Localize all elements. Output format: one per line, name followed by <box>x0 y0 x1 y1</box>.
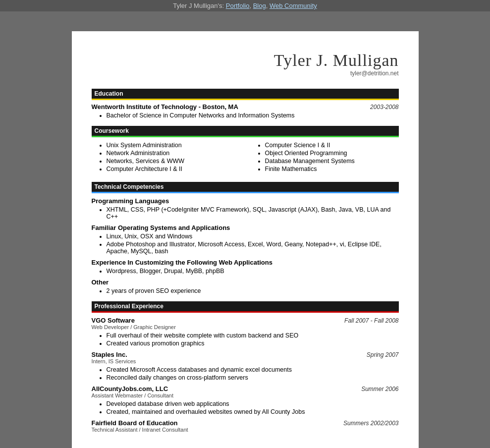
school-name: Wentworth Institute of Technology - Bost… <box>92 103 238 111</box>
job-title: Intern, IS Services <box>92 358 399 364</box>
email: tyler@detrition.net <box>92 70 399 77</box>
list-item: Computer Architecture I & II <box>107 166 240 172</box>
list-item: Created, maintained and overhauled websi… <box>107 408 399 415</box>
programming-languages-list: XHTML, CSS, PHP (+CodeIgniter MVC Framew… <box>107 206 399 220</box>
list-item: Developed database driven web applicatio… <box>107 400 399 407</box>
job-duties-vgo: Full overhaul of their website complete … <box>107 332 399 347</box>
list-item: Linux, Unix, OSX and Windows <box>107 233 399 240</box>
list-item: Adobe Photoshop and Illustrator, Microso… <box>107 241 399 255</box>
coursework-list: Unix System Administration Network Admin… <box>92 140 399 175</box>
other-title: Other <box>92 279 399 286</box>
job-row-vgo: VGO Software Fall 2007 - Fall 2008 <box>92 317 399 324</box>
list-item: Object Oriented Programming <box>265 150 399 157</box>
list-item: Network Administration <box>107 150 240 157</box>
job-dates: Summer 2006 <box>361 386 398 392</box>
job-row-allcounty: AllCountyJobs.com, LLC Summer 2006 <box>92 385 399 392</box>
coursework-col1: Unix System Administration Network Admin… <box>107 142 240 173</box>
job-duties-allcounty: Developed database driven web applicatio… <box>107 400 399 415</box>
list-item: Computer Science I & II <box>265 142 399 149</box>
list-item: Finite Mathematics <box>265 166 399 172</box>
company-name: Staples Inc. <box>92 351 127 358</box>
company-name: VGO Software <box>92 317 135 324</box>
webapps-list: Wordpress, Blogger, Drupal, MyBB, phpBB <box>107 268 399 275</box>
professional-header: Professional Experience <box>92 301 399 313</box>
list-item: XHTML, CSS, PHP (+CodeIgniter MVC Framew… <box>107 206 399 220</box>
list-item: Database Management Systems <box>265 158 399 165</box>
technical-header: Technical Competencies <box>92 182 399 193</box>
list-item: Unix System Administration <box>107 142 240 149</box>
list-item: Networks, Services & WWW <box>107 158 240 165</box>
school-row: Wentworth Institute of Technology - Bost… <box>92 103 399 111</box>
coursework-col2: Computer Science I & II Object Oriented … <box>265 142 399 173</box>
full-name: Tyler J. Mulligan <box>92 51 399 70</box>
list-item: Wordpress, Blogger, Drupal, MyBB, phpBB <box>107 268 399 275</box>
job-dates: Summers 2002/2003 <box>343 420 398 427</box>
webapps-title: Experience In Customizing the Following … <box>92 259 399 266</box>
resume-page: Tyler J. Mulligan tyler@detrition.net Ed… <box>72 31 419 448</box>
top-bar: Tyler J Mulligan's: Portfolio, Blog, Web… <box>0 0 490 11</box>
education-list: Bachelor of Science in Computer Networks… <box>107 112 399 119</box>
job-dates: Spring 2007 <box>367 351 399 358</box>
job-dates: Fall 2007 - Fall 2008 <box>344 317 398 324</box>
job-title: Assistant Webmaster / Consultant <box>92 392 399 398</box>
job-duties-staples: Created Microsoft Access databases and d… <box>107 366 399 381</box>
os-list: Linux, Unix, OSX and Windows Adobe Photo… <box>107 233 399 255</box>
job-title: Web Developer / Graphic Designer <box>92 324 399 330</box>
blog-link[interactable]: Blog <box>253 2 266 9</box>
job-title: Technical Assistant / Intranet Consultan… <box>92 427 399 433</box>
name-section: Tyler J. Mulligan tyler@detrition.net <box>92 41 399 82</box>
list-item: Full overhaul of their website complete … <box>107 332 399 339</box>
topbar-text: Tyler J Mulligan's: <box>173 2 226 9</box>
job-row-staples: Staples Inc. Spring 2007 <box>92 351 399 358</box>
company-name: Fairfield Board of Education <box>92 419 178 427</box>
other-list: 2 years of proven SEO experience <box>107 287 399 294</box>
web-community-link[interactable]: Web Community <box>270 2 317 9</box>
education-header: Education <box>92 89 399 100</box>
job-row-fairfield: Fairfield Board of Education Summers 200… <box>92 419 399 427</box>
os-title: Familiar Operating Systems and Applicati… <box>92 224 399 231</box>
coursework-header: Coursework <box>92 126 399 137</box>
portfolio-link[interactable]: Portfolio <box>226 2 250 9</box>
list-item: Reconciled daily changes on cross-platfo… <box>107 374 399 381</box>
list-item: Created various promotion graphics <box>107 340 399 347</box>
school-dates: 2003-2008 <box>370 104 398 111</box>
list-item: 2 years of proven SEO experience <box>107 287 399 294</box>
programming-languages-title: Programming Languages <box>92 197 399 205</box>
company-name: AllCountyJobs.com, LLC <box>92 385 168 392</box>
degree-item: Bachelor of Science in Computer Networks… <box>107 112 399 119</box>
list-item: Created Microsoft Access databases and d… <box>107 366 399 373</box>
